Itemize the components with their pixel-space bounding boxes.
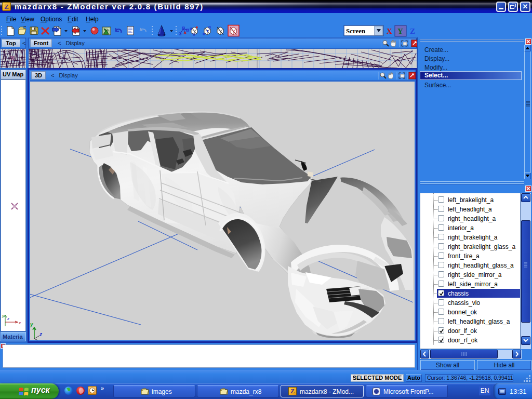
svg-text:Z: Z [410,27,415,35]
svg-text:z: z [39,331,42,337]
svg-text:y: y [30,322,33,327]
svg-text:Y: Y [397,27,403,35]
svg-text:z: z [7,316,9,321]
svg-text:y: y [2,313,5,318]
svg-text:x: x [18,321,21,325]
svg-text:x: x [37,340,41,340]
svg-text:Screen: Screen [346,27,366,35]
svg-text:c: c [107,28,109,31]
svg-text:X: X [387,27,392,35]
